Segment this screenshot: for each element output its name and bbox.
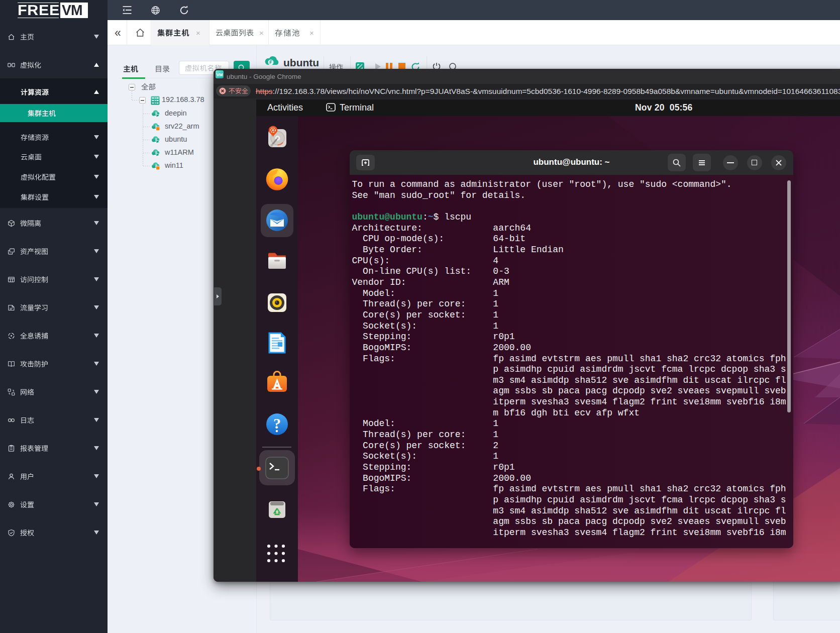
svg-text:VM: VM: [217, 72, 223, 77]
svg-text:?: ?: [273, 415, 281, 432]
